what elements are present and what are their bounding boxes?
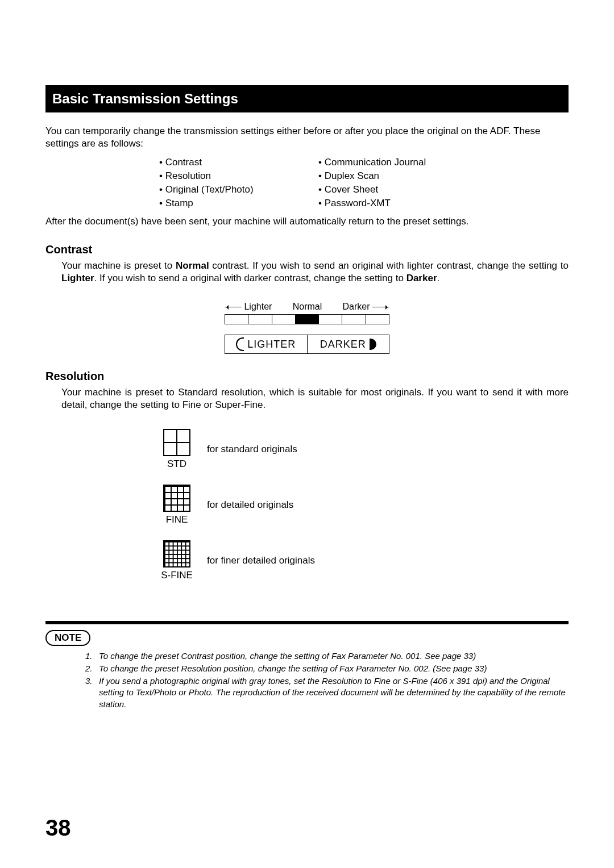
darker-icon (370, 339, 376, 350)
list-item: • Stamp (159, 198, 318, 209)
note-divider (45, 621, 569, 624)
fine-label: FINE (159, 514, 194, 525)
std-desc: for standard originals (207, 444, 297, 455)
after-settings-text: After the document(s) have been sent, yo… (45, 216, 569, 227)
list-item: • Communication Journal (318, 157, 426, 168)
list-item: • Contrast (159, 157, 318, 168)
list-item: • Cover Sheet (318, 184, 426, 195)
contrast-diagram: Lighter Normal Darker LIGHTER DARKER (225, 302, 389, 354)
fine-grid-icon (163, 485, 190, 512)
note-list: 1.To change the preset Contrast position… (85, 650, 569, 710)
section-header: Basic Transmission Settings (45, 85, 569, 112)
list-item: • Resolution (159, 170, 318, 182)
resolution-heading: Resolution (45, 370, 569, 383)
sfine-label: S-FINE (159, 570, 194, 581)
contrast-heading: Contrast (45, 243, 569, 256)
lighter-icon (236, 337, 244, 351)
contrast-scale (225, 314, 389, 324)
std-grid-icon (163, 429, 190, 456)
darker-button[interactable]: DARKER (308, 335, 389, 353)
resolution-body: Your machine is preset to Standard resol… (61, 386, 569, 411)
fine-desc: for detailed originals (207, 499, 293, 511)
page-number: 38 (45, 815, 71, 841)
sfine-desc: for finer detailed originals (207, 555, 315, 566)
lighter-button[interactable]: LIGHTER (225, 335, 308, 353)
settings-list: • Contrast • Resolution • Original (Text… (159, 156, 569, 210)
arrow-left-icon (225, 307, 242, 307)
intro-text: You can temporarily change the transmiss… (45, 125, 569, 150)
list-item: • Password-XMT (318, 198, 426, 209)
resolution-table: STD for standard originals FINE for deta… (159, 429, 569, 581)
std-label: STD (159, 458, 194, 470)
list-item: • Original (Text/Photo) (159, 184, 318, 195)
note-badge: NOTE (45, 630, 90, 646)
arrow-right-icon (372, 307, 389, 307)
list-item: • Duplex Scan (318, 170, 426, 182)
sfine-grid-icon (163, 540, 190, 567)
contrast-body: Your machine is preset to Normal contras… (61, 260, 569, 285)
